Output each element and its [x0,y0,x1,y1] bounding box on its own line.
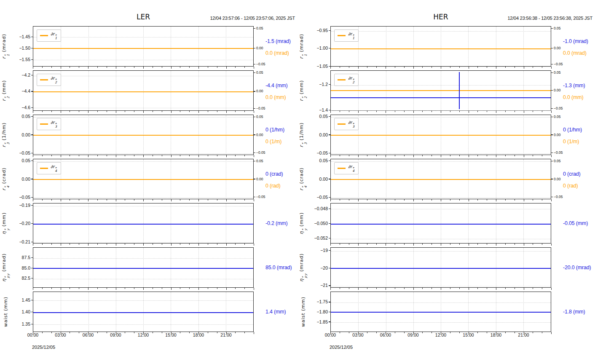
x-minor-tick-mark [134,288,134,289]
delta-axis-tick-label: 0.00 [554,46,561,50]
x-minor-tick-mark [367,244,367,245]
x-minor-tick-mark [162,155,162,156]
x-major-tick-mark [524,288,524,290]
x-tick-label: 12:00 [435,332,446,337]
x-minor-tick-mark [217,244,217,245]
x-minor-tick-mark [70,67,70,68]
delta-axis-tick-mark [254,197,255,197]
x-minor-tick-mark [487,155,487,156]
x-minor-tick-mark [208,155,208,156]
x-major-tick-mark [143,288,144,290]
plot-area [33,203,254,244]
x-minor-tick-mark [542,155,542,156]
x-gridline [386,248,386,287]
beam-optics-monitor: LER 12/04 23:57:06 - 12/05 23:57:06, 202… [0,0,595,364]
x-minor-tick-mark [125,67,125,68]
x-minor-tick-mark [422,288,423,289]
y-tick-label: −0.19 [8,203,30,208]
x-minor-tick-mark [542,199,542,201]
delta-axis-tick-mark [254,134,255,135]
y-gridline [33,153,253,154]
delta-axis-tick-mark [254,72,255,73]
x-major-tick-mark [358,67,359,69]
x-minor-tick-mark [395,244,395,245]
value-series-line [331,312,551,313]
x-major-tick-mark [441,67,441,69]
x-minor-tick-mark [432,155,432,156]
x-major-tick-mark [524,111,524,113]
x-minor-tick-mark [349,244,349,245]
x-minor-tick-mark [533,244,533,245]
plot-panel: r*2(mm)−4.2−4.4−4.6∂r*20.050.00−0.05-4.4… [0,70,298,111]
x-major-tick-mark [61,288,61,290]
x-major-tick-mark [254,244,254,246]
x-minor-tick-mark [432,199,432,201]
x-minor-tick-mark [42,244,43,245]
x-minor-tick-mark [349,288,349,289]
x-minor-tick-mark [235,155,236,156]
x-minor-tick-mark [42,67,43,68]
y-tick-label: −4.6 [8,105,30,110]
y-gridline [331,251,551,252]
x-minor-tick-mark [208,67,208,68]
y-tick-label: −0.05 [8,195,30,200]
x-major-tick-mark [386,244,386,246]
x-gridline [143,71,144,110]
y-tick-label: −1.80 [305,309,328,314]
x-major-tick-mark [33,244,33,246]
x-major-tick-mark [61,199,61,201]
legend-line-sample [338,35,346,36]
y-tick-label: 0.05 [305,158,328,163]
x-minor-tick-mark [376,199,377,201]
x-major-tick-mark [386,288,386,290]
x-minor-tick-mark [42,155,43,156]
x-major-tick-mark [198,155,199,157]
x-minor-tick-mark [79,199,79,201]
x-minor-tick-mark [134,67,134,68]
x-minor-tick-mark [107,199,107,201]
x-major-tick-mark [413,199,414,201]
current-value-readout: 0.0 (mrad) [563,50,587,56]
legend-label: ∂r*1 [51,32,57,40]
x-minor-tick-mark [79,111,79,112]
delta-axis-tick-label: −0.05 [256,106,265,110]
delta-axis-tick-label: 0.00 [554,177,561,181]
x-minor-tick-mark [349,111,349,112]
x-minor-tick-mark [376,155,377,156]
x-major-tick-mark [226,67,227,69]
x-major-tick-mark [171,244,172,246]
x-minor-tick-mark [533,199,533,201]
her-date-label: 2025/12/05 [298,345,595,350]
y-gridline [331,31,551,32]
x-major-tick-mark [33,67,33,69]
delta-axis-tick-mark [551,153,553,153]
y-gridline [331,302,551,303]
y-gridline [33,324,253,325]
delta-axis-tick-mark [551,108,553,109]
x-major-tick-mark [143,244,144,246]
y-gridline [331,209,551,209]
y-gridline [331,286,551,286]
x-major-tick-mark [171,288,172,290]
y-gridline [33,76,253,76]
x-minor-tick-mark [367,111,367,112]
plot-panel: r*1(mrad)−1.45−1.50−1.55∂r*10.050.00−0.0… [0,26,298,67]
plot-panel: waist(mm)−1.75−1.80−1.85-1.8 (mm) [298,292,595,332]
x-major-tick-mark [171,67,172,69]
y-tick-label: −19 [305,248,328,253]
x-gridline [386,27,386,66]
x-minor-tick-mark [153,155,153,156]
x-major-tick-mark [61,155,61,157]
x-major-tick-mark [171,199,172,201]
x-minor-tick-mark [107,288,107,289]
x-minor-tick-mark [422,199,423,201]
x-minor-tick-mark [189,244,190,245]
x-major-tick-mark [358,155,359,157]
x-minor-tick-mark [189,199,190,201]
x-minor-tick-mark [349,199,349,201]
y-tick-label: 1.40 [8,309,30,314]
current-value-readout: 0 (rad) [563,183,578,189]
x-minor-tick-mark [70,288,70,289]
x-major-tick-mark [33,288,33,290]
x-minor-tick-mark [505,199,506,201]
